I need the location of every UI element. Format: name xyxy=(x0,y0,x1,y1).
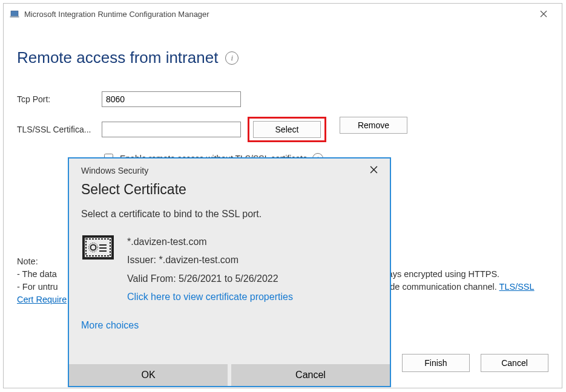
tcp-port-row: Tcp Port: xyxy=(17,91,548,107)
cert-buttons: Select Remove xyxy=(253,117,407,142)
dialog-header: Windows Security xyxy=(81,166,378,175)
dialog-title: Select Certificate xyxy=(81,181,378,198)
cancel-button[interactable]: Cancel xyxy=(481,354,548,372)
dialog-close-button[interactable] xyxy=(370,166,378,175)
certificate-name: *.davizen-test.com xyxy=(127,233,293,251)
page-heading-text: Remote access from intranet xyxy=(17,48,218,67)
svg-rect-1 xyxy=(10,16,19,18)
footer-buttons: Finish Cancel xyxy=(402,354,548,372)
window-close-button[interactable] xyxy=(531,5,556,22)
tls-cert-input[interactable] xyxy=(102,122,241,137)
tls-cert-label: TLS/SSL Certifica... xyxy=(17,125,102,134)
window-title: Microsoft Integration Runtime Configurat… xyxy=(24,10,531,19)
titlebar: Microsoft Integration Runtime Configurat… xyxy=(4,4,562,24)
dialog-ok-button[interactable]: OK xyxy=(69,364,228,386)
certificate-icon xyxy=(81,233,115,262)
tcp-port-input[interactable] xyxy=(102,91,241,107)
dialog-buttons: OK Cancel xyxy=(69,364,390,386)
page-heading: Remote access from intranet i xyxy=(17,48,548,67)
certificate-validity: Valid From: 5/26/2021 to 5/26/2022 xyxy=(127,270,293,288)
dialog-security-label: Windows Security xyxy=(81,166,148,175)
select-certificate-dialog: Windows Security Select Certificate Sele… xyxy=(68,157,391,387)
remove-button[interactable]: Remove xyxy=(340,117,407,134)
select-button[interactable]: Select xyxy=(253,121,321,138)
svg-rect-0 xyxy=(11,11,18,16)
dialog-instruction: Select a certificate to bind to the SSL … xyxy=(81,209,378,220)
finish-button[interactable]: Finish xyxy=(402,354,470,372)
info-icon[interactable]: i xyxy=(225,51,239,65)
select-highlight: Select xyxy=(248,117,326,142)
close-icon xyxy=(370,166,378,174)
certificate-item[interactable]: *.davizen-test.com Issuer: *.davizen-tes… xyxy=(81,233,378,307)
dialog-cancel-button[interactable]: Cancel xyxy=(231,364,390,386)
close-icon xyxy=(540,10,547,18)
tls-cert-row: TLS/SSL Certifica... Select Remove xyxy=(17,117,548,142)
more-choices-link[interactable]: More choices xyxy=(81,320,378,331)
certificate-details: *.davizen-test.com Issuer: *.davizen-tes… xyxy=(127,233,293,307)
tcp-port-label: Tcp Port: xyxy=(17,94,102,104)
app-icon xyxy=(10,9,19,19)
certificate-issuer: Issuer: *.davizen-test.com xyxy=(127,251,293,269)
view-cert-properties-link[interactable]: Click here to view certificate propertie… xyxy=(127,288,293,306)
